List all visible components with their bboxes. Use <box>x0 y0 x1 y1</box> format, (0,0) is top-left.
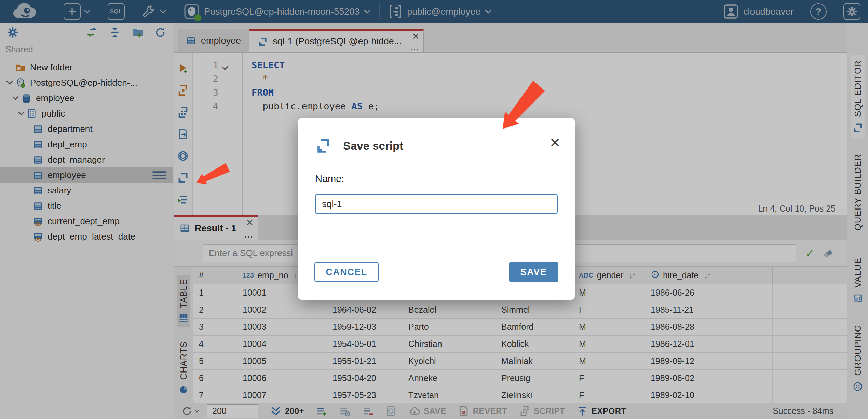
cancel-button[interactable]: CANCEL <box>314 262 379 282</box>
dialog-title: Save script <box>343 139 403 152</box>
save-script-dialog: Save script ✕ Name: CANCEL SAVE <box>298 118 575 300</box>
save-button[interactable]: SAVE <box>509 262 558 282</box>
name-field-label: Name: <box>315 173 558 185</box>
cloudbeaver-app: SQL PostgreSQL@ep-hidden-moon-55203 publ… <box>0 0 868 419</box>
close-dialog-icon[interactable]: ✕ <box>550 136 560 149</box>
script-name-input[interactable] <box>315 194 558 214</box>
script-icon <box>315 138 331 154</box>
